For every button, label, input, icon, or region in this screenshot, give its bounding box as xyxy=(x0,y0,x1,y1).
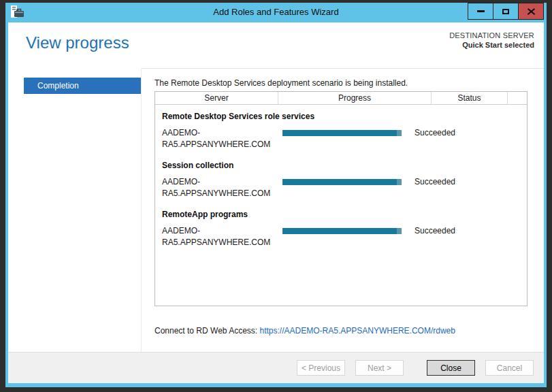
window-controls xyxy=(468,3,544,20)
rd-web-access-link[interactable]: https://AADEMO-RA5.APPSANYWHERE.COM/rdwe… xyxy=(260,326,455,336)
page-header: View progress DESTINATION SERVER Quick S… xyxy=(8,22,544,69)
table-header-row: Server Progress Status xyxy=(155,92,527,105)
main-pane: The Remote Desktop Services deployment s… xyxy=(142,69,544,352)
section-heading-remoteapp-programs: RemoteApp programs xyxy=(162,210,520,219)
progress-cell xyxy=(272,225,408,249)
close-icon xyxy=(527,7,536,15)
progress-cell xyxy=(272,127,408,151)
minimize-button[interactable] xyxy=(468,3,493,20)
close-button[interactable]: Close xyxy=(427,360,475,376)
destination-server-block: DESTINATION SERVER Quick Start selected xyxy=(449,31,534,49)
wizard-content: View progress DESTINATION SERVER Quick S… xyxy=(8,22,544,383)
column-header-server: Server xyxy=(155,92,278,104)
progress-bar xyxy=(282,130,402,136)
status-text: Succeeded xyxy=(408,127,455,151)
table-body: Remote Desktop Services role services AA… xyxy=(155,112,527,248)
progress-bar xyxy=(282,228,402,234)
column-header-status: Status xyxy=(432,92,508,104)
cancel-button[interactable]: Cancel xyxy=(485,360,534,376)
destination-server-label: DESTINATION SERVER xyxy=(449,31,534,39)
table-row: AADEMO-RA5.APPSANYWHERE.COM Succeeded xyxy=(155,127,527,151)
sidebar-item-completion[interactable]: Completion xyxy=(24,78,141,94)
progress-cell xyxy=(272,176,408,200)
destination-server-value: Quick Start selected xyxy=(449,41,534,49)
close-window-button[interactable] xyxy=(518,3,544,20)
maximize-icon xyxy=(502,9,509,14)
sidebar-nav: Completion xyxy=(8,69,142,352)
progress-bar xyxy=(282,179,402,185)
minimize-icon xyxy=(477,10,485,12)
maximize-button[interactable] xyxy=(493,3,519,20)
status-text: Succeeded xyxy=(408,225,455,249)
server-name: AADEMO-RA5.APPSANYWHERE.COM xyxy=(155,127,272,151)
server-name: AADEMO-RA5.APPSANYWHERE.COM xyxy=(155,225,272,249)
previous-button[interactable]: < Previous xyxy=(297,360,345,376)
column-header-progress: Progress xyxy=(278,92,432,104)
header-divider xyxy=(142,68,544,69)
titlebar[interactable]: Add Roles and Features Wizard xyxy=(5,3,547,22)
column-header-extra xyxy=(508,92,527,104)
wizard-window: Add Roles and Features Wizard View progr… xyxy=(5,3,547,387)
section-heading-session-collection: Session collection xyxy=(162,161,520,170)
body-area: Completion The Remote Desktop Services d… xyxy=(8,69,544,352)
rd-web-access-label: Connect to RD Web Access: xyxy=(155,326,260,336)
progress-table: Server Progress Status Remote Desktop Se… xyxy=(155,91,527,306)
server-name: AADEMO-RA5.APPSANYWHERE.COM xyxy=(155,176,272,200)
next-button[interactable]: Next > xyxy=(355,360,404,376)
table-row: AADEMO-RA5.APPSANYWHERE.COM Succeeded xyxy=(155,176,527,200)
table-row: AADEMO-RA5.APPSANYWHERE.COM Succeeded xyxy=(155,225,527,249)
rd-web-access-line: Connect to RD Web Access: https://AADEMO… xyxy=(155,326,527,336)
button-bar: < Previous Next > Close Cancel xyxy=(8,352,544,383)
window-title: Add Roles and Features Wizard xyxy=(5,7,547,17)
status-text: Succeeded xyxy=(408,176,455,200)
page-title: View progress xyxy=(26,33,129,52)
install-description: The Remote Desktop Services deployment s… xyxy=(155,78,527,88)
section-heading-role-services: Remote Desktop Services role services xyxy=(162,112,520,121)
